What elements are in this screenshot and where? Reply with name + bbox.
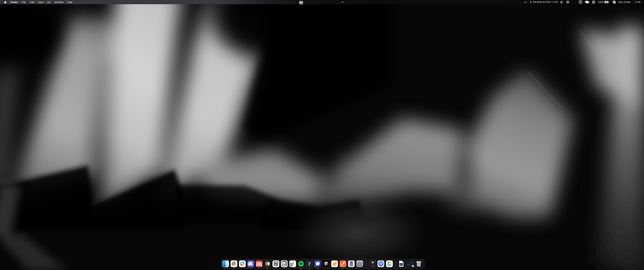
svg-text:10: 10 (282, 263, 285, 266)
svg-text:11: 11 (412, 266, 414, 267)
svg-text:raycast: raycast (371, 265, 374, 266)
svg-text:g: g (290, 261, 293, 267)
